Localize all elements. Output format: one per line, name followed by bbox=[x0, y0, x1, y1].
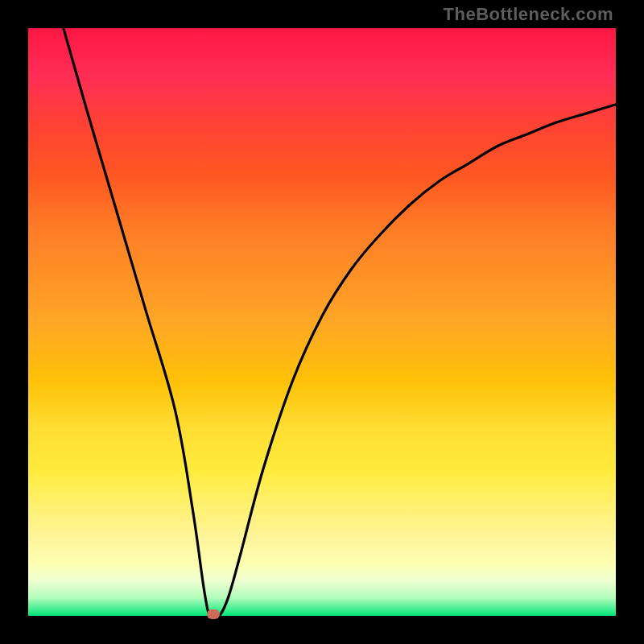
bottleneck-curve bbox=[64, 28, 616, 618]
chart-frame: TheBottleneck.com bbox=[0, 0, 644, 644]
watermark-text: TheBottleneck.com bbox=[444, 4, 613, 25]
optimal-point-marker bbox=[207, 609, 220, 619]
chart-curve-svg bbox=[28, 28, 616, 616]
